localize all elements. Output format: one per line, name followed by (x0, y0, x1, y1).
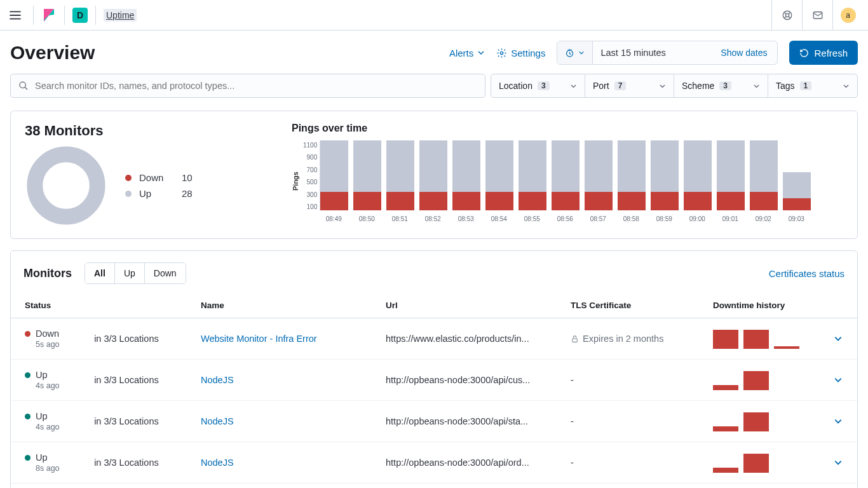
table-row: Down5s agoin 3/3 LocationsWebsite Monito… (11, 318, 857, 360)
date-range-text: Last 15 minutes (600, 48, 717, 58)
column-header[interactable]: Url (381, 293, 566, 318)
alerts-label: Alerts (449, 48, 473, 58)
url-cell: https://www.elastic.co/products/in... (381, 318, 566, 360)
chart-bar[interactable] (684, 140, 712, 210)
gear-icon (496, 48, 507, 58)
chart-bar[interactable] (618, 140, 646, 210)
monitor-name-link[interactable]: NodeJS (201, 416, 234, 426)
certificates-status-link[interactable]: Certificates status (769, 268, 844, 279)
refresh-button[interactable]: Refresh (789, 41, 858, 65)
calendar-icon (565, 48, 574, 58)
chart-bar[interactable] (386, 140, 414, 210)
chart-bar[interactable] (452, 140, 480, 210)
tls-cell: Expires in 2 months (566, 318, 708, 360)
column-header[interactable]: Name (196, 293, 381, 318)
topbar-left: D Uptime (5, 5, 137, 25)
search-box[interactable] (10, 74, 485, 98)
date-quick-select[interactable] (557, 41, 593, 64)
x-tick: 09:03 (782, 215, 810, 222)
chart-bar[interactable] (353, 140, 381, 210)
monitor-name-link[interactable]: NodeJS (201, 458, 234, 468)
chart-bar[interactable] (783, 140, 811, 210)
tab-up[interactable]: Up (115, 263, 145, 283)
search-icon (18, 81, 29, 91)
donut-legend: Down 10 Up 28 (125, 170, 193, 201)
column-header[interactable]: Status (11, 293, 196, 318)
chart-bar[interactable] (485, 140, 513, 210)
x-tick: 09:00 (683, 215, 711, 222)
status-text: Up (36, 411, 48, 421)
monitor-name-link[interactable]: NodeJS (201, 375, 234, 385)
table-row: Up4s agoin 3/3 LocationsNodeJShttp://opb… (11, 360, 857, 401)
facet-count: 7 (614, 81, 627, 90)
x-tick: 08:50 (353, 215, 381, 222)
chart-bar[interactable] (651, 140, 679, 210)
status-ago: 8s ago (25, 464, 84, 473)
chart-bar[interactable] (717, 140, 745, 210)
chevron-down-icon (834, 417, 843, 426)
chart-bar[interactable] (585, 140, 613, 210)
status-filter-tabs: AllUpDown (85, 262, 186, 284)
facet-scheme[interactable]: Scheme3 (674, 74, 768, 97)
facet-port[interactable]: Port7 (585, 74, 674, 97)
divider (64, 6, 65, 25)
x-tick: 08:57 (584, 215, 612, 222)
expand-row-button[interactable] (829, 442, 857, 484)
svg-point-3 (501, 51, 503, 54)
expand-row-button[interactable] (829, 360, 857, 401)
user-menu-button[interactable]: a (832, 0, 863, 30)
monitor-name-link[interactable]: Website Monitor - Infra Error (201, 334, 317, 344)
svg-point-5 (20, 82, 25, 88)
table-title: Monitors (24, 267, 72, 280)
legend-value-down: 10 (182, 172, 193, 183)
show-dates-link[interactable]: Show dates (721, 48, 767, 58)
refresh-icon (799, 48, 809, 58)
legend-value-up: 28 (182, 188, 193, 199)
overview-panel: 38 Monitors Down 10 Up (10, 111, 858, 239)
help-icon[interactable] (771, 0, 802, 30)
facet-location[interactable]: Location3 (491, 74, 585, 97)
column-header[interactable]: TLS Certificate (566, 293, 708, 318)
status-dot (25, 414, 31, 419)
chart-bar[interactable] (320, 140, 348, 210)
facet-tags[interactable]: Tags1 (768, 74, 857, 97)
column-header[interactable]: Downtime history (708, 293, 829, 318)
chevron-down-icon (570, 83, 577, 90)
status-dot (25, 455, 31, 461)
tab-all[interactable]: All (85, 263, 115, 283)
expand-row-button[interactable] (829, 318, 857, 360)
status-text: Up (36, 452, 48, 463)
facet-label: Port (593, 81, 609, 91)
table-row: Up4s agoin 3/3 LocationsNodeJShttp://opb… (11, 401, 857, 442)
breadcrumb-app[interactable]: Uptime (104, 9, 137, 22)
chart-bars-area (320, 140, 843, 210)
monitors-table-panel: Monitors AllUpDown Certificates status S… (10, 250, 858, 488)
chart-bar[interactable] (419, 140, 447, 210)
tls-cell: - (566, 442, 708, 484)
y-axis-ticks: 1100900700500300100 (303, 140, 317, 210)
status-dot (25, 331, 31, 337)
monitors-count-title: 38 Monitors (25, 123, 266, 139)
status-text: Up (36, 370, 48, 380)
x-tick: 08:56 (551, 215, 579, 222)
x-tick: 08:55 (518, 215, 546, 222)
chart-bar[interactable] (552, 140, 580, 210)
chevron-down-icon (578, 50, 585, 56)
x-tick: 09:01 (716, 215, 744, 222)
table-row: Up8s agoin 3/3 LocationsNodeJShttp://opb… (11, 442, 857, 484)
downtime-history (713, 411, 824, 431)
tab-down[interactable]: Down (145, 263, 186, 283)
space-selector-button[interactable]: D (72, 8, 88, 23)
search-input[interactable] (35, 81, 477, 91)
svg-point-1 (785, 13, 789, 17)
alerts-dropdown[interactable]: Alerts (449, 48, 485, 58)
settings-link[interactable]: Settings (496, 48, 545, 58)
date-range-display[interactable]: Last 15 minutes Show dates (593, 41, 777, 64)
chart-bar[interactable] (519, 140, 546, 210)
newsfeed-icon[interactable] (802, 0, 832, 30)
nav-toggle-button[interactable] (5, 5, 25, 25)
expand-row-button[interactable] (829, 401, 857, 442)
kibana-logo-icon[interactable] (41, 8, 57, 23)
avatar: a (841, 8, 856, 23)
chart-bar[interactable] (750, 140, 778, 210)
